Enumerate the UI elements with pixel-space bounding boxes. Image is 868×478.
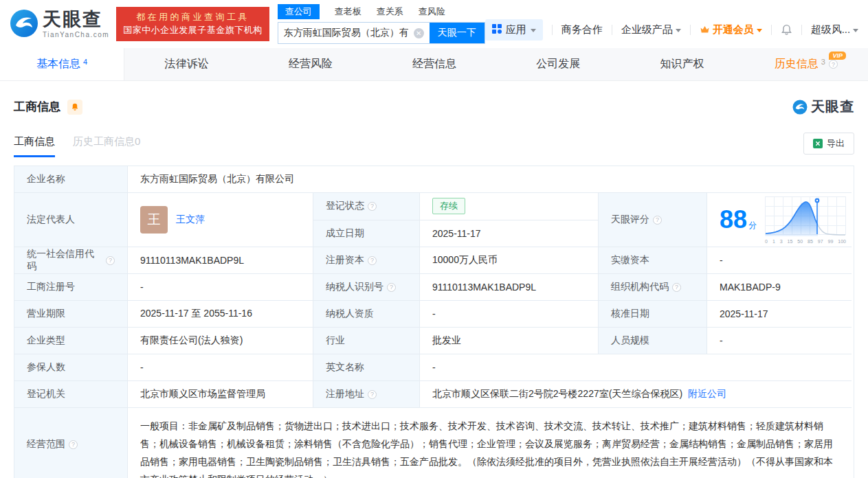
chevron-down-icon: [531, 29, 536, 32]
logo-text: 天眼查: [43, 10, 109, 29]
field-label: 登记状态: [313, 193, 420, 220]
avatar[interactable]: 王: [140, 206, 168, 234]
coop-label: 商务合作: [561, 23, 603, 36]
tab-legal-proceedings[interactable]: 法律诉讼: [124, 48, 248, 80]
tab-history-info[interactable]: VIP 历史信息 3: [744, 48, 868, 80]
subtab-row: 工商信息 历史工商信息0 导出: [14, 133, 854, 157]
taxpayer-quality-value: -: [420, 301, 599, 328]
section-header: 工商信息 天眼查: [14, 98, 854, 116]
subtab-history-business-info[interactable]: 历史工商信息0: [73, 135, 140, 157]
tianyancha-logo[interactable]: 天眼查 TianYanCha.com: [10, 9, 109, 40]
field-label: 营业期限: [14, 301, 128, 328]
score-value: 88: [720, 207, 747, 232]
industry-value: 批发业: [420, 328, 599, 354]
reg-status-cell: 存续: [420, 193, 599, 220]
banner-line2: 国家中小企业发展子基金旗下机构: [123, 24, 263, 37]
field-label: 英文名称: [313, 354, 420, 381]
super-risk-menu[interactable]: 超级风...: [811, 23, 859, 36]
tab-label: 历史信息: [775, 57, 819, 71]
enterprise-label: 企业级产品: [621, 23, 673, 36]
business-term-value: 2025-11-17 至 2055-11-16: [128, 301, 313, 328]
promo-banner: 都在用的商业查询工具 国家中小企业发展子基金旗下机构: [116, 7, 269, 41]
staff-size-value: -: [707, 328, 852, 354]
tianyancha-eye-icon: [10, 9, 38, 40]
org-code-value: MAK1BADP-9: [707, 274, 852, 301]
crown-icon: [700, 24, 710, 36]
field-label: 纳税人资质: [313, 301, 420, 328]
company-type-value: 有限责任公司(法人独资): [128, 328, 313, 354]
help-icon[interactable]: [653, 216, 662, 225]
help-icon[interactable]: [829, 60, 838, 69]
reg-address-cell: 北京市顺义区保联二街2号院2号楼2227室(天竺综合保税区) 附近公司: [420, 381, 852, 408]
business-cooperation-link[interactable]: 商务合作: [561, 23, 603, 36]
search-tab-risk[interactable]: 查风险: [419, 4, 445, 19]
paid-capital-value: -: [707, 247, 852, 274]
tianyancha-eye-icon: [792, 100, 808, 115]
search-tab-boss[interactable]: 查老板: [335, 4, 361, 19]
logo-domain: TianYanCha.com: [43, 31, 109, 38]
divider: [612, 25, 612, 35]
english-name-value: -: [420, 354, 852, 381]
tab-company-development[interactable]: 公司发展: [496, 48, 620, 80]
label-text: 天眼评分: [611, 214, 649, 226]
divider: [690, 25, 691, 35]
chevron-down-icon: [853, 29, 858, 32]
divider: [801, 25, 802, 35]
field-label: 注册资本: [313, 247, 420, 274]
insured-count-value: -: [128, 354, 313, 381]
status-badge: 存续: [432, 198, 465, 214]
section-title: 工商信息: [14, 99, 60, 115]
field-label: 成立日期: [313, 220, 420, 248]
export-button[interactable]: 导出: [803, 133, 854, 155]
legal-rep-link[interactable]: 王文萍: [176, 214, 205, 226]
open-vip-menu[interactable]: 开通会员: [700, 23, 762, 36]
vip-label: 开通会员: [713, 23, 754, 36]
help-icon[interactable]: [387, 283, 396, 292]
help-icon[interactable]: [368, 202, 377, 211]
divider: [552, 25, 553, 35]
tab-count: 3: [821, 58, 825, 66]
reg-authority-value: 北京市顺义区市场监督管理局: [128, 381, 313, 408]
tab-basic-info[interactable]: 基本信息 4: [0, 48, 124, 80]
chevron-down-icon: [676, 29, 681, 32]
search-tabs: 查公司 查老板 查关系 查风险: [278, 4, 485, 19]
help-icon[interactable]: [672, 283, 681, 292]
apps-menu[interactable]: 应用: [485, 19, 543, 41]
taxpayer-id-value: 91110113MAK1BADP9L: [420, 274, 599, 301]
help-icon[interactable]: [106, 256, 115, 265]
notifications-button[interactable]: [781, 24, 792, 36]
bell-icon: [781, 24, 792, 36]
field-label: 参保人数: [14, 354, 128, 381]
approval-date-value: 2025-11-17: [707, 301, 852, 328]
tab-operation-risk[interactable]: 经营风险: [249, 48, 372, 80]
field-label: 行业: [313, 328, 420, 354]
search-button[interactable]: 天眼一下: [430, 23, 485, 43]
reg-address-value: 北京市顺义区保联二街2号院2号楼2227室(天竺综合保税区): [432, 388, 682, 400]
help-icon[interactable]: [69, 440, 78, 449]
label-text: 组织机构代码: [611, 281, 669, 293]
reg-number-value: -: [128, 274, 313, 301]
score-axis-labels: 0131550859799100: [765, 239, 846, 244]
tab-intellectual-property[interactable]: 知识产权: [620, 48, 744, 80]
tab-operation-info[interactable]: 经营信息: [372, 48, 496, 80]
top-header: 天眼查 TianYanCha.com 都在用的商业查询工具 国家中小企业发展子基…: [0, 0, 868, 48]
search-tab-relation[interactable]: 查关系: [377, 4, 403, 19]
watermark-text: 天眼查: [811, 98, 854, 116]
label-text: 注册地址: [326, 388, 364, 400]
help-icon[interactable]: [368, 390, 377, 399]
subscribe-button[interactable]: [67, 100, 82, 115]
field-label: 统一社会信用代码: [14, 247, 128, 274]
nearby-companies-link[interactable]: 附近公司: [688, 388, 726, 400]
enterprise-products-menu[interactable]: 企业级产品: [621, 23, 681, 36]
excel-icon: [813, 139, 823, 148]
search-input[interactable]: [278, 23, 414, 43]
label-text: 经营范围: [27, 438, 65, 451]
field-label: 登记机关: [14, 381, 128, 408]
field-label: 注册地址: [313, 381, 420, 408]
help-icon[interactable]: [368, 256, 377, 265]
subtab-business-info[interactable]: 工商信息: [14, 135, 55, 157]
label-text: 登记状态: [326, 200, 364, 212]
vip-badge: VIP: [829, 52, 846, 60]
clear-search-icon[interactable]: ✕: [414, 28, 424, 38]
search-tab-company[interactable]: 查公司: [278, 4, 320, 19]
